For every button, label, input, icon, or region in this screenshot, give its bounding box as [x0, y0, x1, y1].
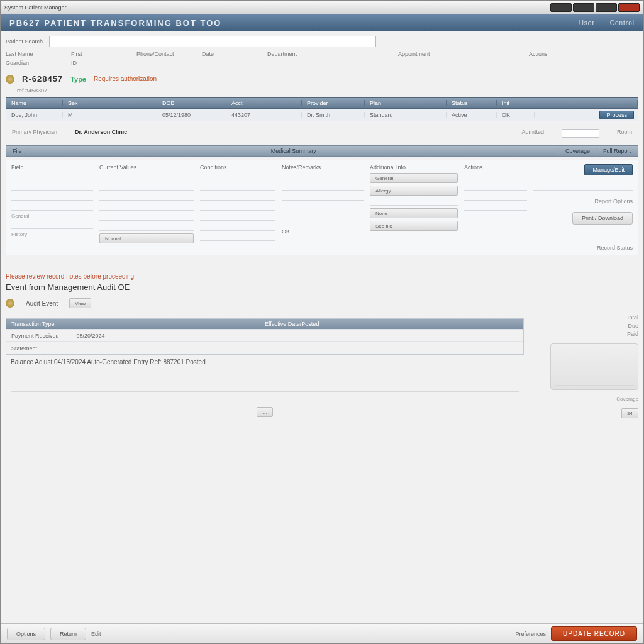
- view-button[interactable]: View: [69, 298, 91, 308]
- tab-coverage[interactable]: Coverage: [559, 148, 597, 154]
- filter-label: Last Name: [6, 51, 62, 57]
- cell: Standard: [365, 112, 447, 118]
- search-input[interactable]: [49, 36, 376, 47]
- side-panel: [550, 343, 638, 390]
- audit-label: Audit Event: [26, 300, 58, 307]
- header-link-control[interactable]: Control: [610, 19, 635, 26]
- filter-label: Date: [202, 51, 258, 57]
- filter-label: ID: [71, 60, 128, 66]
- sub-col: Effective Date/Posted: [265, 321, 518, 327]
- admitted-field[interactable]: [562, 129, 599, 138]
- return-button[interactable]: Return: [50, 628, 86, 640]
- process-button[interactable]: Process: [599, 111, 634, 119]
- options-button[interactable]: Options: [7, 628, 45, 640]
- close-chip[interactable]: [618, 3, 640, 12]
- result-block: Please review record notes before procee…: [6, 273, 638, 418]
- titlebar: System Patient Manager: [1, 1, 643, 14]
- coverage-label: Coverage: [616, 396, 638, 402]
- info-label: Room: [617, 129, 632, 138]
- prefs-link[interactable]: Preferences: [516, 631, 547, 637]
- tab-file[interactable]: File: [6, 148, 29, 154]
- window-title: System Patient Manager: [4, 4, 67, 11]
- status-chip: [573, 3, 594, 12]
- footer: Options Return Edit Preferences UPDATE R…: [1, 623, 643, 643]
- stat-field[interactable]: None: [370, 208, 458, 218]
- cell: M: [63, 112, 157, 118]
- cell: Doe, John: [6, 112, 63, 118]
- table-row[interactable]: Payment Received 05/20/2024: [6, 329, 523, 341]
- manage-button[interactable]: Manage/Edit: [584, 164, 633, 175]
- tab-report[interactable]: Full Report: [597, 148, 638, 154]
- grid-row[interactable]: Doe, John M 05/12/1980 443207 Dr. Smith …: [6, 109, 638, 121]
- col-header[interactable]: Provider: [302, 100, 365, 106]
- result-title: Event from Management Audit OE: [6, 282, 638, 292]
- app-title: PB627 PATIENT TRANSFORMING BOT TOO: [9, 18, 221, 28]
- cell: 443207: [226, 112, 302, 118]
- col-header[interactable]: Name: [6, 100, 63, 106]
- record-id: R-628457: [22, 74, 63, 84]
- print-label: Report Options: [594, 198, 633, 204]
- record-icon: [6, 75, 14, 84]
- value-field[interactable]: Normal: [99, 233, 194, 243]
- table-row[interactable]: Balance Adjust 04/15/2024 Auto-Generated…: [6, 355, 524, 369]
- col-header[interactable]: Init: [497, 100, 638, 106]
- filter-label: Department: [267, 51, 324, 57]
- tab-medical[interactable]: Medical Summary: [29, 148, 559, 154]
- update-record-button[interactable]: UPDATE RECORD: [551, 626, 637, 641]
- filter-label: Guardian: [6, 60, 62, 66]
- app-window: System Patient Manager PB627 PATIENT TRA…: [0, 0, 644, 644]
- patient-grid: Name Sex DOB Acct Provider Plan Status I…: [6, 97, 638, 121]
- grid-header: Name Sex DOB Acct Provider Plan Status I…: [6, 97, 638, 109]
- titlebar-controls: [550, 3, 640, 12]
- cell: 05/12/1980: [157, 112, 226, 118]
- subgrid-header: Transaction Type Effective Date/Posted: [6, 319, 523, 329]
- col-header[interactable]: Acct: [226, 100, 302, 106]
- detail-pane: Field General History Current Values Nor…: [6, 160, 638, 255]
- actions-title: Actions: [464, 164, 527, 170]
- col-header[interactable]: Plan: [365, 100, 447, 106]
- pager[interactable]: …: [257, 407, 273, 417]
- detail-stat: General: [11, 213, 93, 219]
- edit-link[interactable]: Edit: [91, 631, 101, 637]
- filter-label: [333, 51, 389, 57]
- section-tabs: File Medical Summary Coverage Full Repor…: [6, 145, 638, 157]
- record-warning: Requires authorization: [94, 75, 157, 82]
- cell: Ref: 887201: [150, 358, 184, 365]
- print-button[interactable]: Print / Download: [572, 212, 633, 225]
- cell: Balance Adjust: [11, 358, 52, 365]
- stat-field[interactable]: General: [370, 173, 458, 183]
- cell: Auto-Generated Entry: [87, 358, 148, 365]
- cell: Payment Received: [11, 333, 59, 339]
- info-label: Primary Physician: [12, 129, 57, 138]
- cell: Statement: [11, 345, 37, 352]
- result-warning: Please review record notes before procee…: [6, 273, 638, 280]
- record-subhead: ref #458307: [17, 87, 638, 94]
- filter-label: Actions: [529, 51, 586, 57]
- audit-icon: [6, 299, 14, 308]
- cell: 05/20/2024: [77, 333, 105, 339]
- cell: Posted: [186, 358, 206, 365]
- detail-col-head: Conditions: [200, 164, 275, 170]
- filter-block: Last Name First Phone/Contact Date Depar…: [6, 51, 638, 70]
- header-link-user[interactable]: User: [579, 19, 595, 26]
- col-header[interactable]: Status: [447, 100, 497, 106]
- cell: Dr. Smith: [302, 112, 365, 118]
- detail-col-head: Additional Info: [370, 164, 458, 170]
- search-label: Patient Search: [6, 38, 43, 45]
- status-chip: [550, 3, 572, 12]
- stat-field[interactable]: See file: [370, 221, 458, 231]
- transaction-grid: Transaction Type Effective Date/Posted P…: [6, 318, 524, 355]
- filter-label: Phone/Contact: [136, 51, 193, 57]
- table-row[interactable]: Statement: [6, 341, 523, 354]
- col-header[interactable]: Sex: [63, 100, 157, 106]
- info-label: Admitted: [521, 129, 544, 138]
- cell: Active: [447, 112, 497, 118]
- record-header: R-628457 Type Requires authorization: [6, 74, 638, 84]
- side-button[interactable]: 84: [621, 408, 638, 418]
- filter-label: First: [71, 51, 128, 57]
- col-header[interactable]: DOB: [157, 100, 226, 106]
- filter-label: Appointment: [398, 51, 455, 57]
- stat-field[interactable]: Allergy: [370, 186, 458, 196]
- detail-stat: History: [11, 231, 93, 237]
- status-label: Record Status: [597, 245, 633, 251]
